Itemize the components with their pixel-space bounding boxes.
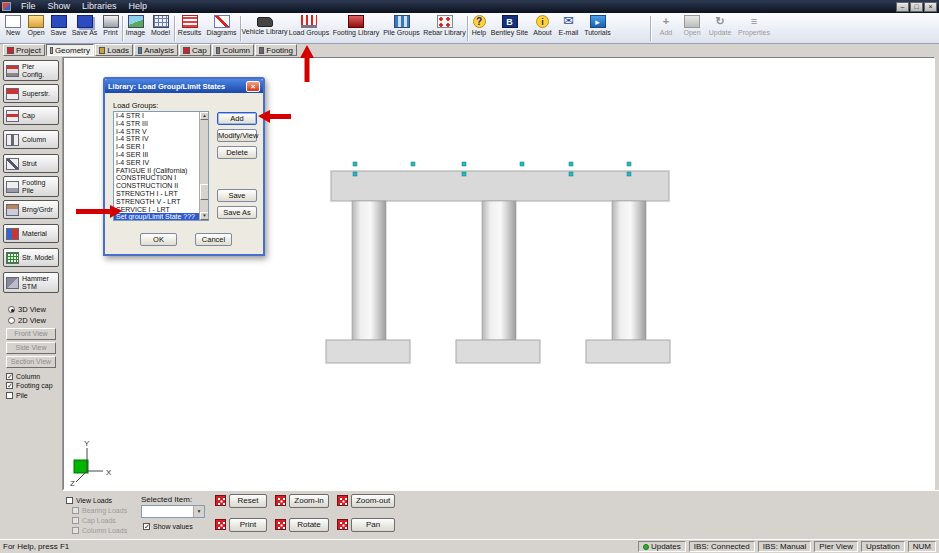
menu-libraries[interactable]: Libraries xyxy=(76,0,123,13)
bearing-loads-checkbox[interactable]: Bearing Loads xyxy=(72,507,127,514)
menu-show[interactable]: Show xyxy=(42,0,77,13)
selected-item-dropdown[interactable]: ▼ xyxy=(141,505,205,518)
add-button[interactable]: Add xyxy=(217,112,257,125)
toolbar-model-button[interactable]: Model xyxy=(148,14,173,43)
list-item-selected[interactable]: Set group/Limit State ??? xyxy=(114,213,199,221)
toolbar-save-button[interactable]: Save xyxy=(48,14,69,43)
restore-button[interactable]: □ xyxy=(910,2,923,12)
view-loads-checkbox[interactable]: View Loads xyxy=(66,497,112,504)
tab-project[interactable]: Project xyxy=(3,44,45,56)
sidebar-pier-config-button[interactable]: Pier Config. xyxy=(3,60,59,81)
scrollbar-thumb[interactable] xyxy=(200,184,209,200)
show-values-checkbox[interactable]: ✓Show values xyxy=(143,523,193,530)
scroll-down-icon[interactable]: ▼ xyxy=(200,212,209,220)
toolbar-image-button[interactable]: Image xyxy=(124,14,147,43)
close-button[interactable]: × xyxy=(924,2,937,12)
dropdown-arrow-icon[interactable]: ▼ xyxy=(193,506,204,517)
ok-button[interactable]: OK xyxy=(140,233,177,246)
sidebar-cap-button[interactable]: Cap xyxy=(3,106,59,125)
toolbar-save-as-button[interactable]: Save As xyxy=(70,14,99,43)
load-groups-listbox[interactable]: I-4 STR I I-4 STR III I-4 STR V I-4 STR … xyxy=(113,111,209,221)
rotate-button[interactable]: Rotate xyxy=(289,518,329,532)
sidebar-column-button[interactable]: Column xyxy=(3,130,59,149)
front-view-button[interactable]: Front View xyxy=(6,328,56,340)
toolbar-pile-groups-button[interactable]: Pile Groups xyxy=(381,14,422,43)
list-item[interactable]: I-4 STR IV xyxy=(114,135,199,143)
toolbar-tutorials-button[interactable]: ▸Tutorials xyxy=(582,14,613,43)
menu-help[interactable]: Help xyxy=(123,0,154,13)
toolbar-vehicle-library-button[interactable]: Vehicle Library xyxy=(242,14,287,43)
column-loads-checkbox[interactable]: Column Loads xyxy=(72,527,127,534)
list-item[interactable]: STRENGTH V - LRT xyxy=(114,198,199,206)
tab-column[interactable]: Column xyxy=(212,44,254,56)
list-item[interactable]: I-4 SER I xyxy=(114,143,199,151)
toolbar-new-button[interactable]: New xyxy=(2,14,24,43)
sidebar-material-button[interactable]: Material xyxy=(3,224,59,243)
reset-button[interactable]: Reset xyxy=(229,494,267,508)
tab-cap[interactable]: Cap xyxy=(179,44,211,56)
tab-analysis[interactable]: Analysis xyxy=(134,44,178,56)
toolbar-footing-library-button[interactable]: Footing Library xyxy=(332,14,380,43)
toolbar-load-groups-button[interactable]: Load Groups xyxy=(288,14,330,43)
list-item[interactable]: CONSTRUCTION I xyxy=(114,174,199,182)
pan-button[interactable]: Pan xyxy=(351,518,395,532)
toolbar-email-button[interactable]: ✉E-mail xyxy=(556,14,581,43)
display-checkbox-column[interactable]: ✓Column xyxy=(6,373,40,380)
list-item[interactable]: I-4 STR V xyxy=(114,128,199,136)
list-item[interactable]: I-4 SER IV xyxy=(114,159,199,167)
toolbar-about-button[interactable]: iAbout xyxy=(530,14,555,43)
list-item[interactable]: SERVICE I - LRT xyxy=(114,206,199,214)
dialog-close-icon[interactable]: × xyxy=(246,81,260,92)
tab-geometry[interactable]: Geometry xyxy=(46,44,94,56)
image-icon xyxy=(128,15,144,28)
tab-footing[interactable]: Footing xyxy=(255,44,297,56)
tab-loads[interactable]: Loads xyxy=(95,44,133,56)
sidebar-bearing-girder-button[interactable]: Brng/Grdr xyxy=(3,200,59,219)
list-item[interactable]: CONSTRUCTION II xyxy=(114,182,199,190)
sidebar-structural-model-button[interactable]: Str. Model xyxy=(3,248,59,267)
toolbar-results-button[interactable]: Results xyxy=(176,14,203,43)
toolbar-bentley-site-button[interactable]: BBentley Site xyxy=(490,14,529,43)
list-item[interactable]: I-4 STR III xyxy=(114,120,199,128)
save-icon xyxy=(51,15,67,28)
list-scrollbar[interactable]: ▲ ▼ xyxy=(199,112,208,220)
toolbar-help-button[interactable]: ?Help xyxy=(469,14,489,43)
scroll-up-icon[interactable]: ▲ xyxy=(200,112,209,120)
section-view-button[interactable]: Section View xyxy=(6,356,56,368)
sidebar-label: Hammer STM xyxy=(22,275,56,290)
toolbar-diagrams-button[interactable]: Diagrams xyxy=(204,14,239,43)
zoom-in-button[interactable]: Zoom-in xyxy=(289,494,329,508)
print-icon xyxy=(103,15,119,28)
side-view-button[interactable]: Side View xyxy=(6,342,56,354)
display-checkbox-pile[interactable]: Pile xyxy=(6,392,28,399)
toolbar-properties-button[interactable]: ≡Properties xyxy=(736,14,772,43)
save-as-button[interactable]: Save As xyxy=(217,206,257,219)
minimize-button[interactable]: – xyxy=(896,2,909,12)
save-button[interactable]: Save xyxy=(217,189,257,202)
delete-button[interactable]: Delete xyxy=(217,146,257,159)
view-radio-3d[interactable]: 3D View xyxy=(8,305,46,314)
sidebar-footing-pile-button[interactable]: Footing Pile xyxy=(3,176,59,197)
toolbar-rebar-library-button[interactable]: Rebar Library xyxy=(423,14,466,43)
sidebar-strut-button[interactable]: Strut xyxy=(3,154,59,173)
toolbar-update-button[interactable]: ↻Update xyxy=(706,14,734,43)
zoom-out-button[interactable]: Zoom-out xyxy=(351,494,395,508)
sidebar-superstructure-button[interactable]: Superstr. xyxy=(3,84,59,103)
print-button[interactable]: Print xyxy=(229,518,267,532)
toolbar-add-button[interactable]: +Add xyxy=(655,14,677,43)
display-checkbox-footing-cap[interactable]: ✓Footing cap xyxy=(6,382,53,389)
list-item[interactable]: I-4 SER III xyxy=(114,151,199,159)
sidebar-hammer-stm-button[interactable]: Hammer STM xyxy=(3,272,59,293)
toolbar-open-button[interactable]: Open xyxy=(25,14,47,43)
toolbar-open2-button[interactable]: Open xyxy=(680,14,704,43)
toolbar-print-button[interactable]: Print xyxy=(100,14,121,43)
cap-loads-checkbox[interactable]: Cap Loads xyxy=(72,517,116,524)
menu-file[interactable]: File xyxy=(15,0,42,13)
modify-view-button[interactable]: Modify/View xyxy=(217,129,257,142)
cancel-button[interactable]: Cancel xyxy=(195,233,232,246)
view-radio-2d[interactable]: 2D View xyxy=(8,316,46,325)
list-item[interactable]: I-4 STR I xyxy=(114,112,199,120)
list-item[interactable]: FATIGUE II (California) xyxy=(114,167,199,175)
list-item[interactable]: STRENGTH I - LRT xyxy=(114,190,199,198)
dialog-titlebar[interactable]: Library: Load Group/Limit States × xyxy=(105,79,263,93)
